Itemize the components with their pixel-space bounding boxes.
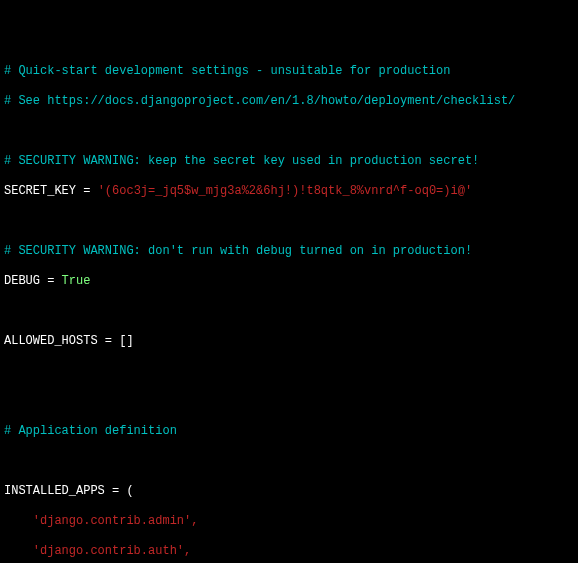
installed-app-item: 'django.contrib.admin', <box>4 514 574 529</box>
debug-line: DEBUG = True <box>4 274 574 289</box>
blank-line <box>4 454 574 469</box>
secret-key-label: SECRET_KEY = <box>4 184 98 198</box>
comment-line: # See https://docs.djangoproject.com/en/… <box>4 94 574 109</box>
blank-line <box>4 364 574 379</box>
blank-line <box>4 394 574 409</box>
comment-line: # Application definition <box>4 424 574 439</box>
debug-label: DEBUG = <box>4 274 62 288</box>
installed-app-item: 'django.contrib.auth', <box>4 544 574 559</box>
allowed-hosts-line: ALLOWED_HOSTS = [] <box>4 334 574 349</box>
blank-line <box>4 304 574 319</box>
comment-line: # Quick-start development settings - uns… <box>4 64 574 79</box>
secret-key-value: '(6oc3j=_jq5$w_mjg3a%2&6hj!)!t8qtk_8%vnr… <box>98 184 472 198</box>
installed-apps-open: INSTALLED_APPS = ( <box>4 484 574 499</box>
comment-line: # SECURITY WARNING: don't run with debug… <box>4 244 574 259</box>
secret-key-line: SECRET_KEY = '(6oc3j=_jq5$w_mjg3a%2&6hj!… <box>4 184 574 199</box>
blank-line <box>4 124 574 139</box>
debug-value: True <box>62 274 91 288</box>
blank-line <box>4 214 574 229</box>
comment-line: # SECURITY WARNING: keep the secret key … <box>4 154 574 169</box>
